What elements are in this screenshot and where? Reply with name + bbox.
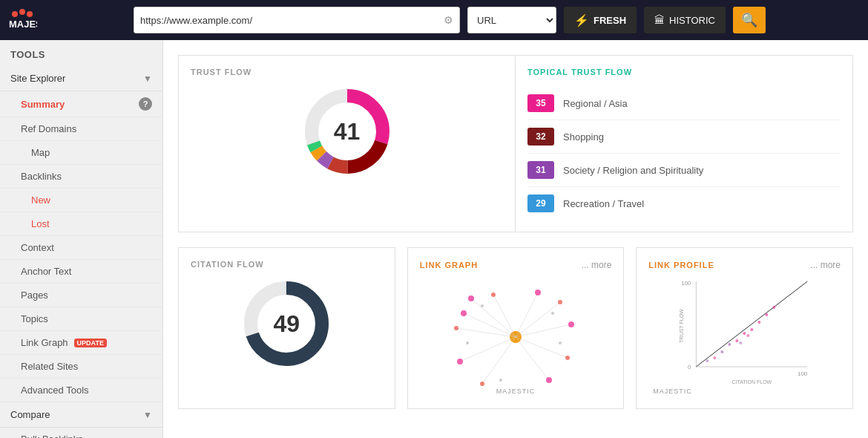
trust-flow-panel: TRUST FLOW <box>179 56 516 232</box>
ttf-label-3: Recreation / Travel <box>563 198 644 209</box>
svg-point-36 <box>481 304 484 307</box>
chevron-right-icon: ▼ <box>143 410 152 420</box>
citation-flow-value: 49 <box>274 310 300 338</box>
svg-point-51 <box>751 328 754 331</box>
svg-line-15 <box>493 295 516 337</box>
sidebar-item-related-sites[interactable]: Related Sites <box>0 355 162 379</box>
sidebar-item-site-explorer[interactable]: Site Explorer ▼ <box>0 66 162 91</box>
sidebar-item-context[interactable]: Context <box>0 236 162 260</box>
sidebar-item-lost[interactable]: Lost <box>0 212 162 236</box>
ttf-badge-0: 35 <box>527 94 554 112</box>
historic-icon: 🏛 <box>654 14 665 26</box>
svg-point-27 <box>535 290 541 295</box>
sidebar-item-compare[interactable]: Compare ▼ <box>0 402 162 428</box>
svg-line-19 <box>516 337 568 358</box>
help-icon[interactable]: ? <box>139 97 152 111</box>
link-profile-title: LINK PROFILE <box>648 261 714 269</box>
svg-text:100: 100 <box>681 280 691 287</box>
sidebar-item-summary[interactable]: Summary ? <box>0 91 162 117</box>
svg-point-29 <box>568 321 574 327</box>
svg-point-25 <box>468 295 474 301</box>
svg-point-40 <box>466 341 469 344</box>
trust-flow-title: TRUST FLOW <box>191 68 503 76</box>
chevron-down-icon: ▼ <box>143 73 152 84</box>
svg-point-59 <box>747 334 750 337</box>
svg-point-26 <box>491 292 496 297</box>
ttf-row-0: 35 Regional / Asia <box>527 87 841 120</box>
search-icon: 🔍 <box>741 12 757 28</box>
sidebar-item-ref-domains[interactable]: Ref Domains <box>0 117 162 141</box>
svg-point-33 <box>457 359 463 365</box>
svg-text:CITATION FLOW: CITATION FLOW <box>732 379 772 385</box>
logo-stars: MAJESTIC <box>7 8 37 32</box>
search-button[interactable]: 🔍 <box>733 7 766 33</box>
topical-trust-flow-panel: TOPICAL TRUST FLOW 35 Regional / Asia 32… <box>516 56 852 232</box>
main-layout: TOOLS Site Explorer ▼ Summary ? Ref Doma… <box>0 40 868 438</box>
svg-point-49 <box>743 332 746 335</box>
topical-trust-flow-title: TOPICAL TRUST FLOW <box>527 68 841 76</box>
sidebar-item-new[interactable]: New <box>0 189 162 212</box>
content-area: TRUST FLOW <box>163 40 868 438</box>
ttf-badge-2: 31 <box>527 161 554 179</box>
sidebar-item-backlinks[interactable]: Backlinks <box>0 165 162 189</box>
svg-line-16 <box>516 292 538 337</box>
ttf-row-1: 32 Shopping <box>527 120 841 154</box>
trust-flow-value: 41 <box>334 118 361 146</box>
citation-flow-panel: CITATION FLOW 49 <box>178 247 395 409</box>
svg-point-28 <box>558 300 562 304</box>
ttf-label-0: Regional / Asia <box>563 98 628 109</box>
trust-flow-donut: 41 <box>303 87 392 176</box>
sidebar-item-map[interactable]: Map <box>0 141 162 165</box>
svg-point-1 <box>19 9 25 15</box>
svg-point-48 <box>736 339 739 342</box>
link-graph-majestic-label: MAJESTIC <box>496 388 536 395</box>
bottom-panels: CITATION FLOW 49 LINK GRAPH ... more <box>178 247 853 409</box>
svg-line-22 <box>460 337 516 362</box>
link-graph-more[interactable]: ... more <box>582 260 612 270</box>
sidebar-item-advanced-tools[interactable]: Advanced Tools <box>0 379 162 402</box>
ttf-badge-1: 32 <box>527 128 554 146</box>
svg-point-50 <box>729 343 731 346</box>
link-graph-title: LINK GRAPH <box>420 261 478 269</box>
svg-point-52 <box>758 321 761 324</box>
svg-point-57 <box>773 306 776 309</box>
historic-button[interactable]: 🏛 HISTORIC <box>644 7 726 33</box>
svg-point-34 <box>454 326 458 330</box>
svg-point-30 <box>565 356 570 360</box>
link-graph-panel: LINK GRAPH ... more <box>407 247 625 409</box>
tools-label: TOOLS <box>0 40 162 66</box>
link-profile-more[interactable]: ... more <box>810 260 841 270</box>
sidebar-item-anchor-text[interactable]: Anchor Text <box>0 260 162 284</box>
citation-flow-donut: 49 <box>242 279 331 368</box>
fresh-button[interactable]: ⚡ FRESH <box>564 7 637 33</box>
svg-point-54 <box>714 356 717 359</box>
sidebar-item-bulk-backlinks[interactable]: Bulk Backlinks <box>0 428 162 438</box>
svg-point-35 <box>461 310 467 316</box>
svg-point-32 <box>480 382 484 386</box>
gear-icon[interactable]: ⚙ <box>444 14 453 26</box>
svg-point-56 <box>706 359 709 362</box>
search-bar: ⚙ <box>134 7 460 33</box>
svg-text:0: 0 <box>688 364 691 370</box>
link-profile-header: LINK PROFILE ... more <box>648 260 841 270</box>
svg-point-38 <box>559 341 562 344</box>
svg-line-43 <box>697 281 808 367</box>
url-type-select[interactable]: URL Domain Root Domain <box>467 7 556 33</box>
sidebar-item-link-graph[interactable]: Link Graph UPDATE <box>0 331 162 355</box>
sidebar-item-pages[interactable]: Pages <box>0 284 162 307</box>
lightning-icon: ⚡ <box>574 13 589 27</box>
svg-text:MAJESTIC: MAJESTIC <box>9 19 37 29</box>
svg-point-2 <box>27 11 33 17</box>
top-panels: TRUST FLOW <box>178 55 853 232</box>
link-graph-header: LINK GRAPH ... more <box>420 260 612 270</box>
sidebar: TOOLS Site Explorer ▼ Summary ? Ref Doma… <box>0 40 163 438</box>
svg-point-37 <box>551 312 554 315</box>
ttf-label-2: Society / Religion and Spirituality <box>563 165 703 176</box>
svg-line-20 <box>516 337 549 380</box>
ttf-row-3: 29 Recreation / Travel <box>527 187 841 220</box>
sidebar-item-topics[interactable]: Topics <box>0 307 162 331</box>
search-input[interactable] <box>140 15 439 26</box>
ttf-label-1: Shopping <box>563 131 604 143</box>
svg-text:100: 100 <box>798 370 808 377</box>
svg-point-39 <box>499 379 502 382</box>
